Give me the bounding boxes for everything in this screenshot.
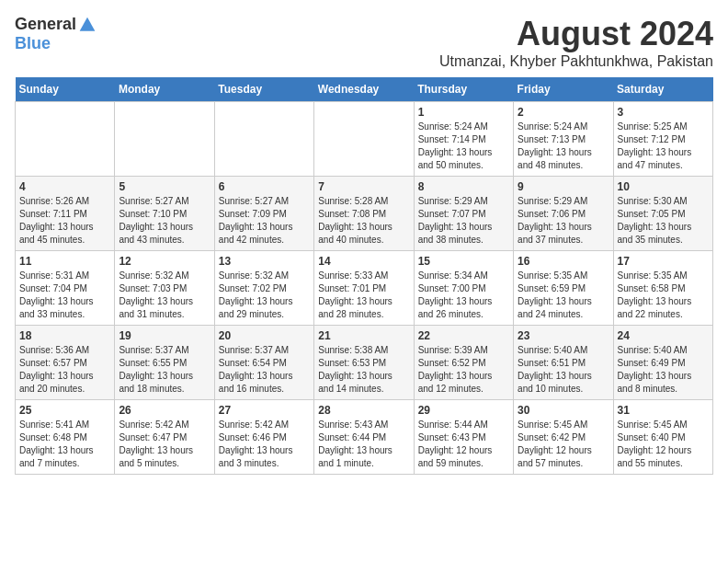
- day-info: Sunrise: 5:40 AM Sunset: 6:49 PM Dayligh…: [618, 344, 709, 396]
- logo-blue: Blue: [15, 34, 51, 53]
- day-info: Sunrise: 5:37 AM Sunset: 6:54 PM Dayligh…: [219, 344, 310, 396]
- logo-icon: [78, 16, 97, 34]
- day-number: 7: [318, 180, 409, 193]
- calendar-body: 1Sunrise: 5:24 AM Sunset: 7:14 PM Daylig…: [16, 102, 713, 475]
- day-number: 24: [618, 329, 709, 342]
- week-row-3: 11Sunrise: 5:31 AM Sunset: 7:04 PM Dayli…: [16, 251, 713, 326]
- day-info: Sunrise: 5:31 AM Sunset: 7:04 PM Dayligh…: [19, 270, 110, 321]
- day-number: 26: [119, 404, 210, 417]
- calendar-table: SundayMondayTuesdayWednesdayThursdayFrid…: [15, 77, 713, 475]
- day-info: Sunrise: 5:45 AM Sunset: 6:40 PM Dayligh…: [618, 419, 709, 470]
- week-row-2: 4Sunrise: 5:26 AM Sunset: 7:11 PM Daylig…: [16, 177, 713, 251]
- day-info: Sunrise: 5:32 AM Sunset: 7:03 PM Dayligh…: [119, 270, 210, 321]
- day-info: Sunrise: 5:29 AM Sunset: 7:06 PM Dayligh…: [518, 195, 609, 247]
- calendar-cell: 5Sunrise: 5:27 AM Sunset: 7:10 PM Daylig…: [115, 177, 214, 251]
- calendar-cell: 20Sunrise: 5:37 AM Sunset: 6:54 PM Dayli…: [214, 326, 313, 400]
- day-number: 28: [318, 404, 409, 417]
- day-info: Sunrise: 5:37 AM Sunset: 6:55 PM Dayligh…: [119, 344, 210, 396]
- day-info: Sunrise: 5:24 AM Sunset: 7:13 PM Dayligh…: [518, 121, 609, 172]
- calendar-cell: 2Sunrise: 5:24 AM Sunset: 7:13 PM Daylig…: [514, 102, 613, 177]
- day-number: 16: [518, 255, 609, 268]
- day-number: 17: [618, 255, 709, 268]
- header-sunday: Sunday: [16, 77, 115, 102]
- day-info: Sunrise: 5:35 AM Sunset: 6:59 PM Dayligh…: [518, 270, 609, 321]
- calendar-cell: [16, 102, 115, 177]
- calendar-cell: 9Sunrise: 5:29 AM Sunset: 7:06 PM Daylig…: [514, 177, 613, 251]
- day-number: 25: [19, 404, 110, 417]
- day-number: 3: [618, 106, 709, 119]
- day-info: Sunrise: 5:32 AM Sunset: 7:02 PM Dayligh…: [219, 270, 310, 321]
- day-number: 31: [618, 404, 709, 417]
- header-wednesday: Wednesday: [314, 77, 414, 102]
- day-number: 27: [219, 404, 310, 417]
- header-thursday: Thursday: [414, 77, 513, 102]
- calendar-cell: 3Sunrise: 5:25 AM Sunset: 7:12 PM Daylig…: [613, 102, 712, 177]
- calendar-cell: [214, 102, 313, 177]
- calendar-cell: 8Sunrise: 5:29 AM Sunset: 7:07 PM Daylig…: [414, 177, 513, 251]
- calendar-cell: 14Sunrise: 5:33 AM Sunset: 7:01 PM Dayli…: [314, 251, 414, 326]
- day-number: 9: [518, 180, 609, 193]
- calendar-cell: 18Sunrise: 5:36 AM Sunset: 6:57 PM Dayli…: [16, 326, 115, 400]
- calendar-cell: 26Sunrise: 5:42 AM Sunset: 6:47 PM Dayli…: [115, 400, 214, 475]
- day-number: 5: [119, 180, 210, 193]
- day-info: Sunrise: 5:29 AM Sunset: 7:07 PM Dayligh…: [418, 195, 509, 247]
- day-info: Sunrise: 5:42 AM Sunset: 6:47 PM Dayligh…: [119, 419, 210, 470]
- header-saturday: Saturday: [613, 77, 712, 102]
- day-number: 23: [518, 329, 609, 342]
- day-info: Sunrise: 5:34 AM Sunset: 7:00 PM Dayligh…: [418, 270, 509, 321]
- calendar-cell: 25Sunrise: 5:41 AM Sunset: 6:48 PM Dayli…: [16, 400, 115, 475]
- day-info: Sunrise: 5:42 AM Sunset: 6:46 PM Dayligh…: [219, 419, 310, 470]
- calendar-cell: 23Sunrise: 5:40 AM Sunset: 6:51 PM Dayli…: [514, 326, 613, 400]
- day-number: 29: [418, 404, 509, 417]
- week-row-4: 18Sunrise: 5:36 AM Sunset: 6:57 PM Dayli…: [16, 326, 713, 400]
- day-info: Sunrise: 5:36 AM Sunset: 6:57 PM Dayligh…: [19, 344, 110, 396]
- day-number: 22: [418, 329, 509, 342]
- day-number: 18: [19, 329, 110, 342]
- day-info: Sunrise: 5:27 AM Sunset: 7:09 PM Dayligh…: [219, 195, 310, 247]
- day-info: Sunrise: 5:35 AM Sunset: 6:58 PM Dayligh…: [618, 270, 709, 321]
- day-number: 11: [19, 255, 110, 268]
- day-number: 12: [119, 255, 210, 268]
- day-info: Sunrise: 5:33 AM Sunset: 7:01 PM Dayligh…: [318, 270, 409, 321]
- main-title: August 2024: [439, 15, 713, 53]
- day-number: 20: [219, 329, 310, 342]
- calendar-cell: 29Sunrise: 5:44 AM Sunset: 6:43 PM Dayli…: [414, 400, 513, 475]
- calendar-cell: 12Sunrise: 5:32 AM Sunset: 7:03 PM Dayli…: [115, 251, 214, 326]
- day-number: 6: [219, 180, 310, 193]
- calendar-cell: 19Sunrise: 5:37 AM Sunset: 6:55 PM Dayli…: [115, 326, 214, 400]
- day-number: 21: [318, 329, 409, 342]
- day-info: Sunrise: 5:41 AM Sunset: 6:48 PM Dayligh…: [19, 419, 110, 470]
- page-header: General Blue August 2024 Utmanzai, Khybe…: [15, 15, 713, 70]
- title-area: August 2024 Utmanzai, Khyber Pakhtunkhwa…: [439, 15, 713, 70]
- calendar-cell: 7Sunrise: 5:28 AM Sunset: 7:08 PM Daylig…: [314, 177, 414, 251]
- calendar-cell: 27Sunrise: 5:42 AM Sunset: 6:46 PM Dayli…: [214, 400, 313, 475]
- day-info: Sunrise: 5:40 AM Sunset: 6:51 PM Dayligh…: [518, 344, 609, 396]
- header-row: SundayMondayTuesdayWednesdayThursdayFrid…: [16, 77, 713, 102]
- svg-marker-0: [80, 17, 96, 30]
- calendar-cell: 15Sunrise: 5:34 AM Sunset: 7:00 PM Dayli…: [414, 251, 513, 326]
- day-info: Sunrise: 5:44 AM Sunset: 6:43 PM Dayligh…: [418, 419, 509, 470]
- header-tuesday: Tuesday: [214, 77, 313, 102]
- day-info: Sunrise: 5:24 AM Sunset: 7:14 PM Dayligh…: [418, 121, 509, 172]
- calendar-cell: 16Sunrise: 5:35 AM Sunset: 6:59 PM Dayli…: [514, 251, 613, 326]
- day-number: 2: [518, 106, 609, 119]
- calendar-cell: 13Sunrise: 5:32 AM Sunset: 7:02 PM Dayli…: [214, 251, 313, 326]
- day-number: 10: [618, 180, 709, 193]
- day-number: 30: [518, 404, 609, 417]
- day-number: 14: [318, 255, 409, 268]
- day-info: Sunrise: 5:26 AM Sunset: 7:11 PM Dayligh…: [19, 195, 110, 247]
- calendar-cell: [115, 102, 214, 177]
- calendar-cell: 10Sunrise: 5:30 AM Sunset: 7:05 PM Dayli…: [613, 177, 712, 251]
- header-friday: Friday: [514, 77, 613, 102]
- day-number: 19: [119, 329, 210, 342]
- calendar-cell: 11Sunrise: 5:31 AM Sunset: 7:04 PM Dayli…: [16, 251, 115, 326]
- calendar-cell: 31Sunrise: 5:45 AM Sunset: 6:40 PM Dayli…: [613, 400, 712, 475]
- logo: General Blue: [15, 15, 97, 53]
- day-number: 13: [219, 255, 310, 268]
- calendar-cell: 6Sunrise: 5:27 AM Sunset: 7:09 PM Daylig…: [214, 177, 313, 251]
- calendar-cell: 22Sunrise: 5:39 AM Sunset: 6:52 PM Dayli…: [414, 326, 513, 400]
- day-info: Sunrise: 5:45 AM Sunset: 6:42 PM Dayligh…: [518, 419, 609, 470]
- calendar-cell: 17Sunrise: 5:35 AM Sunset: 6:58 PM Dayli…: [613, 251, 712, 326]
- calendar-cell: 30Sunrise: 5:45 AM Sunset: 6:42 PM Dayli…: [514, 400, 613, 475]
- day-info: Sunrise: 5:28 AM Sunset: 7:08 PM Dayligh…: [318, 195, 409, 247]
